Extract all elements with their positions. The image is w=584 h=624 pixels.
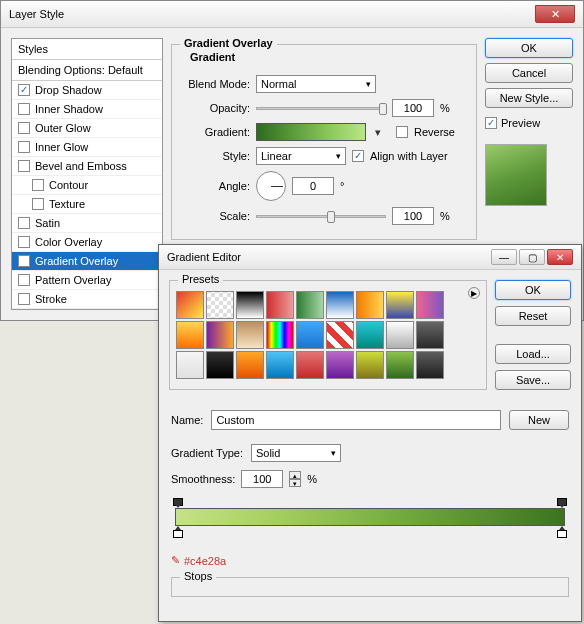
blending-options-row[interactable]: Blending Options: Default bbox=[12, 60, 162, 81]
close-button[interactable]: ✕ bbox=[547, 249, 573, 265]
style-checkbox[interactable] bbox=[18, 84, 30, 96]
style-item-bevel-and-emboss[interactable]: Bevel and Emboss bbox=[12, 157, 162, 176]
angle-input[interactable] bbox=[292, 177, 334, 195]
gradient-label: Gradient: bbox=[180, 126, 250, 138]
preset-swatch[interactable] bbox=[326, 351, 354, 379]
smoothness-label: Smoothness: bbox=[171, 473, 235, 485]
preview-checkbox[interactable] bbox=[485, 117, 497, 129]
preset-swatch[interactable] bbox=[266, 351, 294, 379]
style-select[interactable]: Linear bbox=[256, 147, 346, 165]
preset-swatch[interactable] bbox=[236, 351, 264, 379]
style-item-inner-shadow[interactable]: Inner Shadow bbox=[12, 100, 162, 119]
name-input[interactable] bbox=[211, 410, 501, 430]
new-gradient-button[interactable]: New bbox=[509, 410, 569, 430]
ge-window-title: Gradient Editor bbox=[167, 251, 241, 263]
cancel-button[interactable]: Cancel bbox=[485, 63, 573, 83]
new-style-button[interactable]: New Style... bbox=[485, 88, 573, 108]
preset-swatch[interactable] bbox=[206, 291, 234, 319]
minimize-button[interactable]: — bbox=[491, 249, 517, 265]
align-checkbox[interactable] bbox=[352, 150, 364, 162]
gradient-bar[interactable] bbox=[171, 498, 569, 538]
smoothness-spinner[interactable]: ▴▾ bbox=[289, 471, 301, 487]
style-item-stroke[interactable]: Stroke bbox=[12, 290, 162, 309]
opacity-stop-right[interactable] bbox=[557, 498, 567, 508]
opacity-input[interactable] bbox=[392, 99, 434, 117]
preset-swatch[interactable] bbox=[296, 321, 324, 349]
ge-save-button[interactable]: Save... bbox=[495, 370, 571, 390]
style-label: Texture bbox=[49, 198, 85, 210]
style-checkbox[interactable] bbox=[18, 122, 30, 134]
preset-swatch[interactable] bbox=[296, 291, 324, 319]
preset-swatch[interactable] bbox=[386, 351, 414, 379]
presets-menu-icon[interactable]: ▶ bbox=[468, 287, 480, 299]
maximize-button[interactable]: ▢ bbox=[519, 249, 545, 265]
style-item-outer-glow[interactable]: Outer Glow bbox=[12, 119, 162, 138]
preset-swatch[interactable] bbox=[356, 291, 384, 319]
preset-swatch[interactable] bbox=[356, 351, 384, 379]
style-checkbox[interactable] bbox=[18, 103, 30, 115]
preset-swatch[interactable] bbox=[266, 321, 294, 349]
style-label: Outer Glow bbox=[35, 122, 91, 134]
preset-swatch[interactable] bbox=[296, 351, 324, 379]
style-item-contour[interactable]: Contour bbox=[12, 176, 162, 195]
opacity-stop-left[interactable] bbox=[173, 498, 183, 508]
style-checkbox[interactable] bbox=[32, 179, 44, 191]
preset-swatch[interactable] bbox=[356, 321, 384, 349]
color-stop-right[interactable] bbox=[557, 526, 567, 536]
hex-label: ✎ #c4e28a bbox=[171, 554, 569, 567]
preset-swatch[interactable] bbox=[326, 291, 354, 319]
preset-swatch[interactable] bbox=[176, 351, 204, 379]
scale-slider[interactable] bbox=[256, 215, 386, 218]
preset-swatch[interactable] bbox=[206, 321, 234, 349]
style-item-gradient-overlay[interactable]: Gradient Overlay bbox=[12, 252, 162, 271]
preset-swatch[interactable] bbox=[416, 291, 444, 319]
preset-swatch[interactable] bbox=[176, 321, 204, 349]
window-title: Layer Style bbox=[9, 8, 64, 20]
ge-ok-button[interactable]: OK bbox=[495, 280, 571, 300]
color-stop-left[interactable] bbox=[173, 526, 183, 536]
gradient-strip[interactable] bbox=[175, 508, 565, 526]
style-checkbox[interactable] bbox=[18, 255, 30, 267]
style-item-drop-shadow[interactable]: Drop Shadow bbox=[12, 81, 162, 100]
style-item-pattern-overlay[interactable]: Pattern Overlay bbox=[12, 271, 162, 290]
style-item-texture[interactable]: Texture bbox=[12, 195, 162, 214]
align-label: Align with Layer bbox=[370, 150, 448, 162]
preset-swatch[interactable] bbox=[416, 351, 444, 379]
opacity-slider[interactable] bbox=[256, 107, 386, 110]
style-item-satin[interactable]: Satin bbox=[12, 214, 162, 233]
style-checkbox[interactable] bbox=[18, 141, 30, 153]
sub-title: Gradient bbox=[186, 51, 239, 63]
ok-button[interactable]: OK bbox=[485, 38, 573, 58]
style-label: Inner Glow bbox=[35, 141, 88, 153]
angle-dial[interactable] bbox=[256, 171, 286, 201]
blend-mode-select[interactable]: Normal bbox=[256, 75, 376, 93]
preset-swatch[interactable] bbox=[236, 321, 264, 349]
preset-swatch[interactable] bbox=[416, 321, 444, 349]
ge-reset-button[interactable]: Reset bbox=[495, 306, 571, 326]
ge-load-button[interactable]: Load... bbox=[495, 344, 571, 364]
close-button[interactable]: ✕ bbox=[535, 5, 575, 23]
scale-input[interactable] bbox=[392, 207, 434, 225]
style-item-color-overlay[interactable]: Color Overlay bbox=[12, 233, 162, 252]
style-checkbox[interactable] bbox=[18, 160, 30, 172]
preset-swatch[interactable] bbox=[386, 321, 414, 349]
reverse-checkbox[interactable] bbox=[396, 126, 408, 138]
style-checkbox[interactable] bbox=[18, 293, 30, 305]
gradient-type-select[interactable]: Solid bbox=[251, 444, 341, 462]
preset-swatch[interactable] bbox=[236, 291, 264, 319]
style-item-inner-glow[interactable]: Inner Glow bbox=[12, 138, 162, 157]
preset-swatch[interactable] bbox=[266, 291, 294, 319]
smoothness-input[interactable] bbox=[241, 470, 283, 488]
preset-swatch[interactable] bbox=[326, 321, 354, 349]
name-label: Name: bbox=[171, 414, 203, 426]
scale-label: Scale: bbox=[180, 210, 250, 222]
style-checkbox[interactable] bbox=[32, 198, 44, 210]
preset-swatch[interactable] bbox=[206, 351, 234, 379]
preset-swatch[interactable] bbox=[176, 291, 204, 319]
style-checkbox[interactable] bbox=[18, 236, 30, 248]
style-checkbox[interactable] bbox=[18, 274, 30, 286]
styles-header[interactable]: Styles bbox=[12, 39, 162, 60]
style-checkbox[interactable] bbox=[18, 217, 30, 229]
preset-swatch[interactable] bbox=[386, 291, 414, 319]
gradient-swatch[interactable] bbox=[256, 123, 366, 141]
